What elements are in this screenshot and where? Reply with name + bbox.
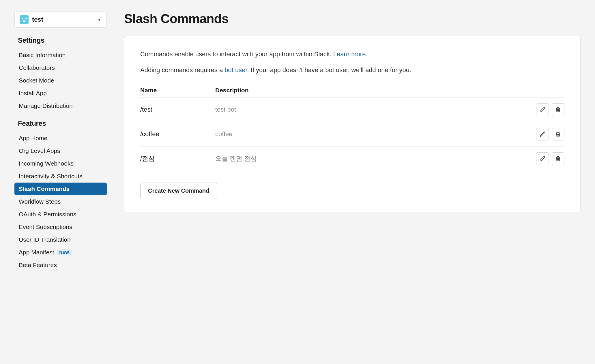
sidebar-item-label: Interactivity & Shortcuts (19, 173, 83, 180)
trash-icon (555, 106, 561, 113)
intro-paragraph-1: Commands enable users to interact with y… (140, 49, 564, 59)
sidebar-item-label: OAuth & Permissions (19, 211, 76, 218)
sidebar-item-features[interactable]: Workflow Steps (14, 195, 107, 208)
row-actions (527, 128, 564, 140)
sidebar-item-features[interactable]: App ManifestNEW (14, 246, 107, 259)
sidebar-item-label: App Home (19, 135, 47, 142)
intro-text: Commands enable users to interact with y… (140, 50, 333, 58)
sidebar-item-label: Install App (19, 90, 47, 97)
sidebar-item-features[interactable]: App Home (14, 132, 107, 145)
settings-header: Settings (18, 36, 107, 44)
sidebar-item-label: Event Subscriptions (19, 224, 72, 230)
trash-icon (555, 131, 561, 137)
command-name: /test (140, 106, 215, 113)
sidebar-item-settings[interactable]: Install App (14, 87, 107, 100)
sidebar-item-features[interactable]: Slash Commands (14, 183, 107, 195)
pencil-icon (539, 155, 546, 162)
main-content: Slash Commands Commands enable users to … (124, 12, 581, 352)
table-row: /testtest bot (140, 97, 564, 122)
sidebar-item-features[interactable]: OAuth & Permissions (14, 208, 107, 221)
intro-text: Adding commands requires a (140, 66, 224, 74)
new-badge: NEW (57, 249, 72, 255)
edit-button[interactable] (536, 103, 549, 116)
sidebar-item-label: User ID Translation (19, 236, 71, 243)
sidebar-item-features[interactable]: Org Level Apps (14, 145, 107, 157)
delete-button[interactable] (552, 103, 564, 116)
sidebar-item-settings[interactable]: Manage Distribution (14, 100, 107, 112)
sidebar-item-features[interactable]: Event Subscriptions (14, 221, 107, 233)
sidebar: test ▼ Settings Basic InformationCollabo… (14, 12, 107, 352)
sidebar-item-features[interactable]: Beta Features (14, 259, 107, 271)
edit-button[interactable] (536, 128, 549, 140)
learn-more-link[interactable]: Learn more. (333, 50, 368, 58)
sidebar-item-label: Basic Information (19, 52, 66, 59)
command-description: coffee (215, 130, 527, 138)
sidebar-item-features[interactable]: Interactivity & Shortcuts (14, 170, 107, 183)
row-actions (527, 152, 564, 165)
column-header-name: Name (140, 87, 215, 94)
sidebar-item-features[interactable]: Incoming Webhooks (14, 157, 107, 170)
command-name: /coffee (140, 130, 215, 138)
edit-button[interactable] (536, 152, 549, 165)
app-selector[interactable]: test ▼ (14, 12, 107, 28)
chevron-down-icon: ▼ (97, 17, 101, 22)
sidebar-item-label: Slash Commands (19, 185, 70, 192)
sidebar-item-label: App Manifest (19, 249, 54, 256)
sidebar-item-features[interactable]: User ID Translation (14, 233, 107, 246)
sidebar-item-label: Workflow Steps (19, 198, 61, 205)
gopher-icon (20, 15, 29, 24)
app-name: test (32, 16, 43, 23)
sidebar-item-label: Manage Distribution (19, 102, 73, 109)
bot-user-link[interactable]: bot user (224, 66, 247, 74)
pencil-icon (539, 131, 546, 137)
commands-table: Name Description /testtest bot/coffeecof… (140, 83, 564, 171)
pencil-icon (539, 106, 546, 113)
command-description: test bot (215, 106, 527, 113)
app-selector-left: test (20, 15, 43, 24)
command-description: 오늘 랜덤 점심 (215, 154, 527, 163)
sidebar-item-label: Socket Mode (19, 77, 54, 84)
trash-icon (555, 155, 561, 162)
sidebar-item-label: Incoming Webhooks (19, 160, 74, 167)
commands-panel: Commands enable users to interact with y… (124, 36, 581, 212)
table-row: /coffeecoffee (140, 122, 564, 147)
row-actions (527, 103, 564, 116)
sidebar-item-label: Org Level Apps (19, 147, 60, 154)
page-title: Slash Commands (124, 12, 581, 26)
table-row: /점심오늘 랜덤 점심 (140, 147, 564, 171)
sidebar-item-settings[interactable]: Collaborators (14, 61, 107, 74)
sidebar-item-label: Beta Features (19, 262, 57, 269)
sidebar-item-label: Collaborators (19, 64, 55, 71)
table-header: Name Description (140, 83, 564, 97)
delete-button[interactable] (552, 152, 564, 165)
delete-button[interactable] (552, 128, 564, 140)
intro-text: . If your app doesn't have a bot user, w… (247, 66, 411, 74)
sidebar-item-settings[interactable]: Socket Mode (14, 74, 107, 87)
create-command-button[interactable]: Create New Command (140, 183, 217, 199)
intro-paragraph-2: Adding commands requires a bot user. If … (140, 65, 564, 75)
column-header-description: Description (215, 87, 527, 94)
command-name: /점심 (140, 154, 215, 163)
sidebar-item-settings[interactable]: Basic Information (14, 49, 107, 61)
features-header: Features (18, 119, 107, 127)
